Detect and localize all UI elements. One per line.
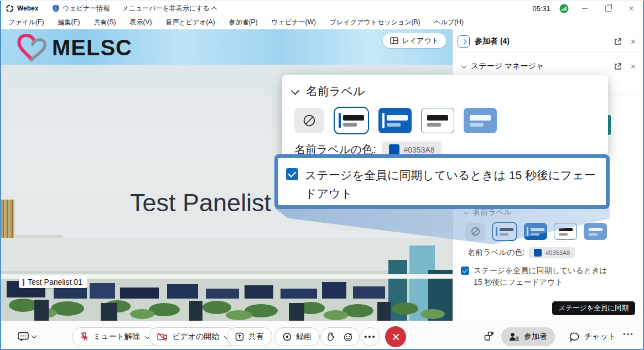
more-options-button[interactable]: ••• bbox=[361, 327, 380, 346]
unmute-label: ミュート解除 bbox=[93, 332, 140, 342]
sync-stage-to-all-button[interactable]: ステージを全員に同期 bbox=[552, 301, 635, 315]
participants-button-label: 参加者 bbox=[524, 332, 547, 342]
name-label-style-blue-accent-button[interactable] bbox=[378, 108, 412, 133]
raise-hand-icon[interactable] bbox=[327, 332, 334, 341]
sidebar-divider bbox=[453, 52, 644, 53]
participants-panel-button[interactable]: 参加者 bbox=[501, 327, 555, 346]
color-hex-value: #0353A8 bbox=[546, 249, 570, 256]
popout-icon[interactable] bbox=[614, 62, 621, 70]
share-label: 共有 bbox=[248, 332, 264, 342]
share-icon bbox=[235, 332, 244, 341]
sync-fade-checkbox[interactable] bbox=[286, 168, 298, 180]
close-button[interactable]: ✕ bbox=[624, 3, 638, 14]
heart-logo-icon bbox=[15, 33, 48, 62]
reactions-icon[interactable] bbox=[344, 332, 353, 342]
sync-fade-checkbox-row: ステージを全員に同期しているときは 15 秒後にフェードアウト bbox=[453, 265, 644, 288]
sync-fade-checkbox-label: ステージを全員に同期しているときは 15 秒後にフェードアウト bbox=[305, 166, 598, 205]
participants-panel-header: 参加者 (4) ✕ bbox=[453, 32, 644, 51]
hide-menubar-button[interactable]: メニューバーを非表示にする bbox=[122, 4, 217, 13]
unmute-button[interactable]: ミュート解除 bbox=[72, 327, 158, 346]
close-panel-icon[interactable]: ✕ bbox=[630, 63, 636, 70]
webinar-info-button[interactable]: ウェビナー情報 bbox=[53, 4, 110, 13]
popup-name-label-header[interactable]: 名前ラベル bbox=[282, 75, 608, 99]
speaker-name-badge: Test Panelist 01 bbox=[19, 276, 87, 288]
name-label-color-picker[interactable]: #0353A8 bbox=[529, 247, 575, 258]
name-label-style-none-button[interactable] bbox=[294, 108, 324, 133]
stage-manager-panel-header: ステージ マネージャ ✕ bbox=[453, 57, 644, 76]
expand-participants-button[interactable] bbox=[458, 35, 470, 48]
brand-logo: MELSC bbox=[15, 33, 132, 62]
webex-logo-icon bbox=[6, 4, 14, 13]
minimize-icon bbox=[582, 8, 588, 9]
chevron-down-icon[interactable] bbox=[461, 63, 467, 69]
chevron-down-icon bbox=[32, 333, 37, 338]
record-button[interactable]: 録画 bbox=[274, 327, 320, 346]
mic-muted-icon bbox=[80, 332, 89, 342]
badge-accent-bar bbox=[23, 279, 24, 286]
menu-bar: ファイル(F) 編集(E) 共有(S) 表示(V) 音声とビデオ(A) 参加者(… bbox=[1, 15, 643, 29]
menu-audio-video[interactable]: 音声とビデオ(A) bbox=[165, 18, 215, 27]
title-bar: Webex ウェビナー情報 メニューバーを非表示にする 05:31 ✕ bbox=[1, 1, 643, 15]
control-toolbar: ミュート解除 ビデオの開始 共有 録画 ••• bbox=[1, 321, 643, 350]
close-icon: ✕ bbox=[629, 5, 635, 12]
chat-icon bbox=[570, 332, 580, 342]
menu-webinar[interactable]: ウェビナー(W) bbox=[272, 18, 316, 27]
popup-style-row bbox=[282, 99, 608, 134]
menu-share[interactable]: 共有(S) bbox=[94, 18, 116, 27]
record-label: 録画 bbox=[296, 332, 311, 342]
color-hex-value: #0353A8 bbox=[403, 145, 434, 154]
close-panel-icon[interactable]: ✕ bbox=[630, 38, 636, 45]
leave-meeting-button[interactable] bbox=[385, 326, 406, 347]
connection-quality-icon[interactable] bbox=[559, 4, 569, 13]
meeting-timer: 05:31 bbox=[532, 4, 550, 13]
name-label-style-light-plain-button[interactable] bbox=[421, 108, 454, 133]
chevron-right-icon bbox=[461, 39, 466, 44]
sync-fade-checkbox-label: ステージを全員に同期しているときは 15 秒後にフェードアウト bbox=[474, 265, 613, 288]
stage-manager-title: ステージ マネージャ bbox=[471, 61, 544, 71]
record-icon bbox=[283, 332, 292, 341]
start-video-button[interactable]: ビデオの開始 bbox=[149, 327, 237, 346]
chat-button-label: チャット bbox=[584, 332, 616, 342]
color-swatch bbox=[534, 249, 542, 257]
menu-participants[interactable]: 参加者(P) bbox=[229, 18, 258, 27]
menu-file[interactable]: ファイル(F) bbox=[8, 18, 44, 27]
minimize-button[interactable] bbox=[578, 3, 592, 14]
menu-breakout[interactable]: ブレイクアウトセッション(B) bbox=[330, 18, 420, 27]
name-label-style-translucent-button[interactable] bbox=[584, 223, 607, 240]
brand-name: MELSC bbox=[52, 35, 132, 60]
color-swatch bbox=[389, 144, 399, 155]
webex-window: Webex ウェビナー情報 メニューバーを非表示にする 05:31 ✕ ファイル… bbox=[0, 0, 644, 350]
webex-logo: Webex bbox=[6, 4, 53, 13]
share-button[interactable]: 共有 bbox=[227, 327, 272, 346]
apps-button[interactable] bbox=[484, 331, 495, 342]
chevron-up-icon bbox=[211, 6, 217, 12]
leave-meeting-icon bbox=[392, 333, 400, 341]
menu-view[interactable]: 表示(V) bbox=[129, 18, 152, 27]
app-name: Webex bbox=[17, 4, 38, 12]
restore-button[interactable] bbox=[601, 3, 615, 14]
webinar-info-label: ウェビナー情報 bbox=[63, 4, 110, 13]
menu-help[interactable]: ヘルプ(H) bbox=[434, 18, 464, 27]
captions-button[interactable] bbox=[18, 332, 36, 341]
badge-label: Test Panelist 01 bbox=[28, 278, 82, 286]
chat-panel-button[interactable]: チャット bbox=[562, 327, 624, 346]
participants-icon bbox=[509, 332, 520, 342]
captions-icon bbox=[18, 332, 29, 341]
speaker-name-text: Test Panelist bbox=[130, 189, 271, 217]
name-label-color-label: 名前ラベルの色: bbox=[468, 248, 524, 258]
menu-edit[interactable]: 編集(E) bbox=[58, 18, 80, 27]
layout-button[interactable]: レイアウト bbox=[383, 33, 446, 48]
name-label-style-translucent-button[interactable] bbox=[464, 108, 497, 133]
magnifier-callout: ステージを全員に同期しているときは 15 秒後にフェードアウト bbox=[274, 154, 610, 209]
reactions-group bbox=[320, 327, 360, 346]
divider bbox=[339, 332, 339, 342]
popout-icon[interactable] bbox=[614, 38, 621, 45]
name-label-color-row: 名前ラベルの色: #0353A8 bbox=[453, 247, 644, 258]
start-video-label: ビデオの開始 bbox=[172, 332, 219, 342]
label-accent-bar bbox=[339, 113, 341, 128]
camera-muted-icon bbox=[157, 333, 168, 341]
sync-fade-checkbox[interactable] bbox=[461, 267, 469, 275]
name-label-style-light-accent-button[interactable] bbox=[334, 107, 369, 134]
layout-icon bbox=[390, 37, 398, 44]
layout-button-label: レイアウト bbox=[402, 36, 439, 46]
